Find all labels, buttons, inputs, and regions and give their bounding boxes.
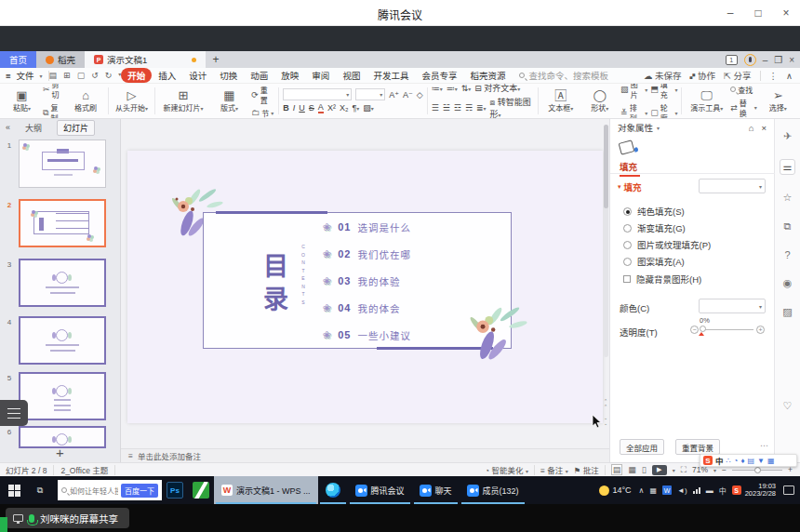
save-icon[interactable]: ▤ [49, 71, 58, 80]
chat-task-button[interactable]: 聊天 [412, 476, 460, 504]
align-left-icon[interactable]: ☰ [432, 103, 439, 113]
add-slide-button[interactable]: + [0, 445, 120, 460]
thumbnail-1[interactable] [19, 140, 106, 188]
pin-bell-icon[interactable]: ⌂ [749, 123, 754, 133]
text-box-button[interactable]: 🄰文本框▾ [542, 89, 579, 113]
ribbon-tab-docer-res[interactable]: 稻壳资源 [463, 68, 512, 83]
line-spacing-icon[interactable]: ≣▾ [476, 103, 487, 113]
reading-view-icon[interactable]: ▯ [642, 465, 647, 474]
fill-tab[interactable]: 填充 [620, 160, 637, 173]
present-tools-button[interactable]: 🖵演示工具▾ [686, 89, 727, 113]
print-icon[interactable]: ⊞ [63, 71, 71, 80]
help-icon[interactable]: ? [784, 249, 790, 260]
mic-indicator-icon[interactable] [744, 54, 756, 66]
wps-restore-icon[interactable]: ❐ [774, 55, 782, 65]
thumbnail-3[interactable] [19, 259, 106, 307]
bold-button[interactable]: B [283, 103, 289, 113]
chevron-down-icon[interactable]: ▾ [657, 125, 660, 131]
ribbon-tab-transition[interactable]: 切换 [213, 68, 244, 83]
volume-icon[interactable]: ◄) [677, 486, 687, 495]
text-direction-icon[interactable]: ⇅▾ [461, 84, 472, 93]
share-button[interactable]: ⇱ 分享 [724, 69, 752, 82]
slide-thumb-4[interactable]: 4 [0, 316, 121, 365]
tab-document[interactable]: P 演示文稿1 [85, 51, 206, 68]
align-text-button[interactable]: ⊟ 对齐文本▾ [474, 84, 520, 94]
ime-mic-icon[interactable]: ♦ [740, 457, 744, 465]
tab-outline[interactable]: 大纲 [20, 121, 47, 135]
network-icon[interactable] [693, 487, 700, 494]
wps-minimize-icon[interactable]: – [763, 55, 768, 65]
ribbon-tab-review[interactable]: 审阅 [305, 68, 336, 83]
new-tab-button[interactable]: + [206, 51, 226, 68]
select-button[interactable]: ➢选择▾ [760, 89, 796, 113]
superscript-button[interactable]: X² [327, 103, 336, 113]
wps-cloud-tray-icon[interactable]: W [662, 485, 672, 495]
slide-thumb-2[interactable]: 2 [0, 199, 121, 247]
color-combo[interactable]: ▾ [699, 299, 766, 313]
transparency-slider[interactable]: − + [690, 326, 765, 334]
format-painter-button[interactable]: ⌂格式刷 [68, 89, 104, 113]
slider-thumb[interactable] [700, 326, 706, 332]
edge-task-button[interactable] [318, 476, 348, 504]
current-slide[interactable]: 目录 CONTENTS ❀ 01 选调是什么 ❀ 02 我们优在哪 ❀ 03 我… [127, 151, 603, 423]
ime-skin-icon[interactable]: ▼ [757, 457, 765, 465]
apply-all-button[interactable]: 全部应用 [620, 439, 664, 455]
undo-icon[interactable]: ↺ [91, 71, 99, 80]
char-shading-icon[interactable]: ▨▾ [363, 103, 374, 113]
prev-next-slide-buttons[interactable]: ⌃⌃⌄⌄ [602, 398, 609, 426]
weather-widget[interactable]: 14°C [595, 476, 635, 504]
collab-button[interactable]: 🙾 协作 [690, 69, 715, 82]
ribbon-tab-slideshow[interactable]: 放映 [274, 68, 305, 83]
phonetic-guide-icon[interactable]: ¶▾ [352, 103, 359, 113]
window-pages-icon[interactable]: 1 [726, 55, 738, 65]
solid-fill-radio[interactable]: 纯色填充(S) [623, 205, 685, 218]
clear-format-icon[interactable]: ◇ [417, 90, 423, 100]
canvas-scrollbar[interactable] [604, 125, 608, 357]
underline-button[interactable]: U [299, 103, 305, 113]
sogou-ime-bar[interactable]: S 中 ∴ ◔ ♦ ▤ ▼ ▦ [700, 454, 797, 467]
replace-button[interactable]: ⇄替换▾ [730, 98, 757, 118]
zoom-slider-thumb[interactable] [754, 467, 761, 473]
members-task-button[interactable]: 成员(132) [460, 476, 527, 504]
ribbon-tab-view[interactable]: 视图 [336, 68, 367, 83]
toc-item-3[interactable]: ❀ 03 我的体验 [323, 272, 400, 290]
thumbnail-2-selected[interactable] [19, 199, 106, 247]
font-color-button[interactable]: A [318, 102, 324, 113]
maximize-icon[interactable]: □ [744, 0, 772, 26]
beautify-button[interactable]: ◔ 智能美化 ▾ [485, 464, 528, 475]
numbering-icon[interactable]: ≕▾ [447, 84, 458, 93]
shapes-button[interactable]: ◯形状▾ [581, 89, 618, 113]
font-size-combo[interactable]: ▾ [355, 88, 385, 100]
slide-thumb-3[interactable]: 3 [0, 259, 121, 307]
strike-button[interactable]: S [309, 103, 314, 113]
notes-button[interactable]: ≡ 备注 ▾ [540, 464, 568, 475]
preview-icon[interactable]: ▢ [77, 71, 86, 80]
picture-fill-radio[interactable]: 图片或纹理填充(P) [623, 238, 711, 251]
toc-item-2[interactable]: ❀ 02 我们优在哪 [323, 245, 411, 263]
screenshot-tray-icon[interactable]: ▦ [649, 486, 657, 495]
task-view-button[interactable]: ⧉ [28, 476, 52, 504]
picture-button[interactable]: ▧图片▾ [620, 84, 647, 100]
baidu-search-button[interactable]: 百度一下 [121, 484, 158, 498]
close-icon[interactable]: × [772, 0, 800, 26]
paste-panel-icon[interactable]: ⧉ [784, 220, 792, 233]
screen-share-pill[interactable]: 刘咪咪的屏幕共享 [6, 508, 129, 528]
tab-slides[interactable]: 幻灯片 [57, 120, 95, 136]
tray-expand-icon[interactable]: ∧ [639, 486, 645, 495]
toc-title[interactable]: 目录 [256, 253, 292, 318]
ime-emoji-icon[interactable]: ◔ [734, 457, 739, 465]
floating-list-toggle[interactable] [0, 400, 28, 426]
outline-button[interactable]: ▢轮廓▾ [650, 102, 677, 119]
minimize-icon[interactable]: – [716, 0, 744, 26]
meeting-task-button[interactable]: 腾讯会议 [348, 476, 412, 504]
fill-preset-combo[interactable]: ▾ [699, 179, 766, 193]
sogou-tray-icon[interactable]: S [732, 485, 741, 495]
bullets-icon[interactable]: ≔▾ [432, 84, 443, 93]
to-smartart-button[interactable]: ⧈ 转智能图形▾ [490, 96, 535, 119]
reset-background-button[interactable]: 重置背景 [675, 439, 720, 455]
ribbon-tab-start[interactable]: 开始 [121, 68, 152, 83]
resource-icon[interactable]: ▨ [782, 306, 792, 318]
ribbon-tab-insert[interactable]: 插入 [152, 68, 182, 83]
sogou-logo-icon[interactable]: S [703, 456, 713, 465]
unsaved-status[interactable]: ☁ 未保存 [644, 69, 682, 82]
